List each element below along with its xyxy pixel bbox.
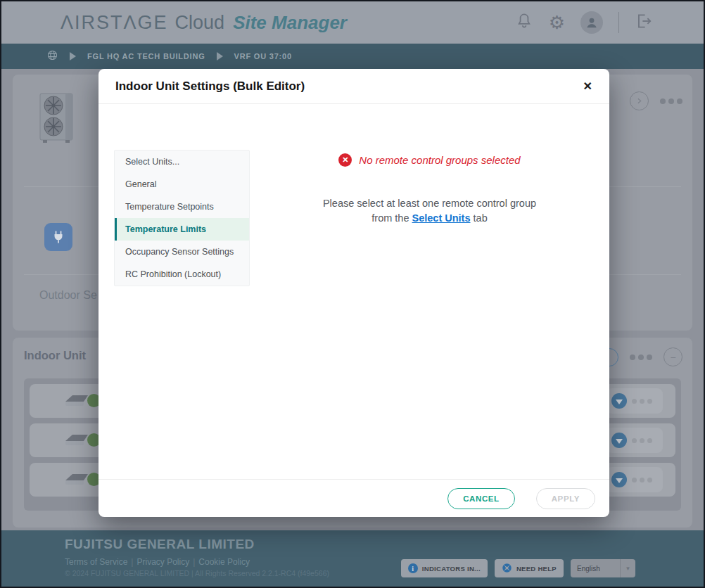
more-options-icon[interactable]	[630, 354, 652, 360]
globe-icon[interactable]	[46, 49, 58, 64]
header-divider	[618, 12, 619, 33]
privacy-policy-link[interactable]: Privacy Policy	[136, 557, 189, 567]
indoor-units-title: Indoor Unit	[24, 349, 86, 362]
tab-general[interactable]: General	[115, 173, 249, 196]
user-avatar[interactable]	[580, 11, 603, 34]
close-icon[interactable]: ✕	[583, 81, 592, 92]
row-control-panel	[606, 428, 663, 453]
collapse-minus-icon[interactable]: −	[663, 347, 682, 366]
modal-header: Indoor Unit Settings (Bulk Editor) ✕	[99, 69, 609, 104]
caret-down-icon: ▼	[620, 559, 635, 577]
more-options-icon[interactable]	[632, 438, 652, 443]
power-plug-icon[interactable]	[44, 223, 72, 251]
breadcrumb-arrow-icon	[70, 52, 76, 60]
row-control-panel	[606, 388, 663, 414]
cancel-button[interactable]: CANCEL	[447, 488, 515, 509]
modal-footer: CANCEL APPLY	[99, 479, 609, 517]
breadcrumb-unit[interactable]: VRF OU 37:00	[234, 52, 292, 60]
outdoor-unit-image	[39, 91, 77, 148]
modal-title: Indoor Unit Settings (Bulk Editor)	[115, 79, 305, 94]
footer-legal-links: Terms of Service|Privacy Policy|Cookie P…	[65, 557, 250, 567]
tab-select-units[interactable]: Select Units...	[115, 151, 249, 173]
fan-speed-icon[interactable]	[611, 393, 627, 409]
fan-speed-icon[interactable]	[611, 433, 627, 448]
logo-airstage-text: ΛIRSTΛGE	[61, 12, 168, 34]
logo-cloud-text: Cloud	[175, 12, 225, 34]
settings-gear-icon[interactable]: ⚙	[549, 13, 565, 32]
breadcrumb-site[interactable]: FGL HQ AC TECH BUILDING	[87, 52, 205, 60]
more-options-icon[interactable]	[632, 399, 652, 404]
error-x-icon: ✕	[338, 153, 352, 167]
language-value: English	[571, 565, 600, 573]
fan-speed-icon[interactable]	[611, 472, 627, 487]
more-options-icon[interactable]	[632, 478, 652, 482]
language-select[interactable]: English ▼	[571, 559, 635, 577]
settings-tab-list: Select Units... General Temperature Setp…	[114, 150, 250, 286]
apply-button[interactable]: APPLY	[536, 488, 595, 509]
hint-text: Please select at least one remote contro…	[312, 196, 548, 226]
app-footer: FUJITSU GENERAL LIMITED Terms of Service…	[1, 530, 704, 587]
logo-site-manager-text: Site Manager	[233, 12, 347, 34]
app-window: ΛIRSTΛGE Cloud Site Manager ⚙	[0, 0, 705, 588]
need-help-button[interactable]: NEED HELP	[495, 559, 564, 577]
footer-company-name: FUJITSU GENERAL LIMITED	[65, 537, 255, 552]
select-units-link[interactable]: Select Units	[412, 212, 471, 224]
tab-temperature-limits[interactable]: Temperature Limits	[115, 218, 249, 241]
airstage-logo: ΛIRSTΛGE Cloud Site Manager	[61, 12, 347, 34]
tab-occupancy-sensor-settings[interactable]: Occupancy Sensor Settings	[115, 241, 249, 263]
help-lifebuoy-icon	[502, 563, 512, 575]
breadcrumb-arrow-icon	[217, 52, 223, 60]
modal-content: ✕ No remote control groups selected Plea…	[250, 146, 609, 226]
outdoor-section-label: Outdoor Se	[39, 289, 97, 302]
cookie-policy-link[interactable]: Cookie Policy	[198, 557, 250, 567]
row-control-panel	[606, 467, 663, 492]
more-options-icon[interactable]	[660, 98, 682, 104]
logout-icon[interactable]	[635, 12, 653, 33]
footer-copyright: © 2024 FUJITSU GENERAL LIMITED | All Rig…	[65, 569, 329, 577]
tab-rc-prohibition[interactable]: RC Prohibition (Lockout)	[115, 263, 249, 286]
tab-temperature-setpoints[interactable]: Temperature Setpoints	[115, 196, 249, 218]
notifications-bell-icon[interactable]	[515, 12, 533, 33]
info-icon: i	[408, 563, 418, 573]
terms-of-service-link[interactable]: Terms of Service	[65, 557, 127, 567]
app-header: ΛIRSTΛGE Cloud Site Manager ⚙	[1, 1, 704, 44]
bulk-editor-modal: Indoor Unit Settings (Bulk Editor) ✕ Sel…	[99, 69, 609, 517]
indicators-button[interactable]: i INDICATORS IN...	[401, 559, 488, 577]
error-message: No remote control groups selected	[359, 154, 520, 166]
breadcrumb: FGL HQ AC TECH BUILDING VRF OU 37:00	[1, 44, 704, 69]
expand-chevron-icon[interactable]	[630, 91, 649, 110]
